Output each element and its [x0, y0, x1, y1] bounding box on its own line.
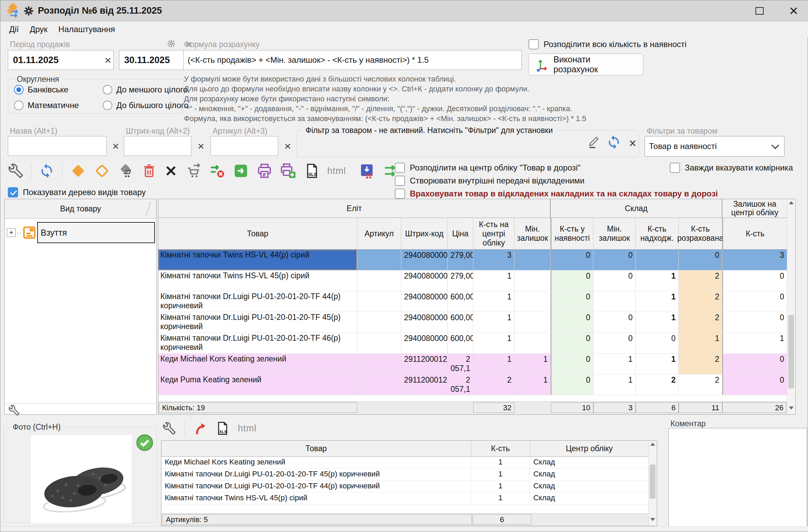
- cell-qty_incoming[interactable]: 1: [636, 312, 679, 332]
- cell-min_center[interactable]: [515, 312, 551, 332]
- cell-qty_incoming[interactable]: 2: [636, 374, 679, 395]
- cell-qty_calc[interactable]: 2: [679, 374, 722, 395]
- article-search-input[interactable]: [211, 136, 278, 156]
- cell-center[interactable]: Склад: [530, 457, 649, 468]
- cell-min_stock[interactable]: 1: [593, 374, 636, 395]
- cart-arrow-icon[interactable]: [185, 163, 202, 179]
- cell-article[interactable]: [357, 374, 401, 395]
- xls-export-icon[interactable]: XLS: [215, 421, 230, 435]
- name-search-input[interactable]: [8, 136, 107, 156]
- tree-item-vzuttia[interactable]: Взуття: [37, 222, 155, 243]
- horizontal-scrollbar[interactable]: [0, 526, 808, 532]
- bottom-table-row[interactable]: Кімнатні тапочки Dr.Luigi PU-01-20-01-20…: [161, 481, 657, 492]
- trash-icon[interactable]: [142, 163, 157, 178]
- date-from-field[interactable]: 01.11.2025 ×: [8, 50, 114, 70]
- table-row[interactable]: Кеди Puma Keating зелений29112000122 057…: [158, 374, 795, 395]
- cell-min_stock[interactable]: 0: [593, 333, 636, 353]
- cell-barcode[interactable]: 2940080000: [401, 333, 448, 353]
- cell-product[interactable]: Кімнатні тапочки Twins HS-VL 44(р) сірий: [158, 250, 357, 270]
- cell-barcode[interactable]: 2940080000: [401, 250, 448, 270]
- table-row[interactable]: Кімнатні тапочки Twins HS-VL 44(р) сірий…: [158, 250, 795, 270]
- clear-x-icon[interactable]: [164, 164, 178, 178]
- cell-qty_calc[interactable]: 2: [679, 291, 722, 312]
- cell-qty_stock[interactable]: 0: [551, 354, 593, 374]
- distribute-all-checkbox[interactable]: Розподілити всю кількість в наявності: [529, 39, 687, 49]
- cell-min_center[interactable]: [515, 250, 551, 270]
- col-header-qty-rest[interactable]: К-сть: [722, 218, 787, 249]
- bottom-col-product[interactable]: Товар: [161, 441, 471, 456]
- diamond-outline-icon[interactable]: [94, 163, 110, 179]
- cell-qty_rest[interactable]: 0: [722, 270, 787, 291]
- cell-min_center[interactable]: 1: [515, 374, 551, 395]
- cell-product[interactable]: Кімнатні тапочки Dr.Luigi PU-01-20-01-20…: [161, 469, 471, 480]
- cell-article[interactable]: [357, 291, 401, 312]
- col-header-product[interactable]: Товар: [158, 218, 357, 249]
- cell-min_stock[interactable]: [593, 291, 636, 312]
- wrench-icon[interactable]: [8, 163, 24, 179]
- name-search-clear-icon[interactable]: ×: [110, 140, 121, 152]
- cell-min_center[interactable]: [515, 291, 551, 312]
- table-row[interactable]: Кімнатні тапочки Twins HS-VL 45(р) сірий…: [158, 270, 795, 291]
- col-header-article[interactable]: Артикул: [357, 218, 401, 249]
- col-header-min-stock[interactable]: Мін. залишок: [593, 218, 636, 249]
- cell-product[interactable]: Кімнатні тапочки Dr.Luigi PU-01-20-01-20…: [158, 312, 357, 332]
- execute-calculation-button[interactable]: Виконати розрахунок: [529, 54, 643, 75]
- cell-article[interactable]: [357, 250, 401, 270]
- col-header-barcode[interactable]: Штрих-код: [401, 218, 448, 249]
- menu-print[interactable]: Друк: [24, 23, 53, 35]
- edit-filter-pencil-icon[interactable]: [587, 135, 602, 150]
- cell-price[interactable]: 279,00: [448, 250, 473, 270]
- cell-qty_stock[interactable]: 0: [551, 291, 593, 312]
- filters-dropdown[interactable]: Товар в наявності: [645, 136, 784, 157]
- cell-min_stock[interactable]: 0: [593, 270, 636, 291]
- barcode-search-input[interactable]: [124, 136, 191, 156]
- cell-price[interactable]: 600,00: [448, 312, 473, 332]
- cell-qty_rest[interactable]: 0: [722, 291, 787, 312]
- cell-barcode[interactable]: 2940080000: [401, 291, 448, 312]
- cell-product[interactable]: Кімнатні тапочки Dr.Luigi PU-01-20-01-20…: [161, 481, 471, 492]
- cell-center[interactable]: Склад: [530, 481, 649, 492]
- cell-article[interactable]: [357, 270, 401, 291]
- undo-arrow-icon[interactable]: [193, 421, 207, 435]
- cell-product[interactable]: Кеди Michael Kors Keating зелений: [161, 457, 471, 468]
- scroll-up-icon[interactable]: [789, 201, 794, 204]
- cell-qty_stock[interactable]: 0: [551, 312, 593, 332]
- bottom-table-row[interactable]: Кеди Michael Kors Keating зелений1Склад: [161, 457, 657, 469]
- wrench-icon[interactable]: [8, 404, 20, 416]
- radio-round-down[interactable]: До меншого цілого: [103, 85, 188, 94]
- cell-qty_incoming[interactable]: 1: [636, 291, 679, 312]
- barcode-search-clear-icon[interactable]: ×: [196, 140, 206, 152]
- col-header-qty-center[interactable]: К-сть на центрі обліку: [473, 218, 515, 249]
- date-from-clear-icon[interactable]: ×: [102, 54, 113, 66]
- diamond-cart-icon[interactable]: [118, 163, 134, 179]
- import-cart-icon[interactable]: [359, 163, 375, 179]
- cell-qty[interactable]: 1: [471, 481, 530, 492]
- cell-min_center[interactable]: 1: [515, 354, 551, 374]
- cell-barcode[interactable]: 2911200012: [401, 374, 448, 395]
- cell-qty_stock[interactable]: 0: [551, 374, 593, 395]
- scrollbar-thumb[interactable]: [650, 464, 655, 499]
- table-row[interactable]: Кімнатні тапочки Dr.Luigi PU-01-20-01-20…: [158, 291, 795, 312]
- scrollbar-thumb[interactable]: [788, 315, 794, 388]
- cell-qty_incoming[interactable]: 1: [636, 354, 679, 374]
- apply-arrow-icon[interactable]: [233, 163, 249, 179]
- cell-qty_stock[interactable]: 0: [551, 250, 593, 270]
- radio-round-up[interactable]: До більшого цілого: [103, 101, 188, 110]
- deferred-transfers-checkbox[interactable]: Створювати внутрішні передачі відкладени…: [395, 176, 585, 186]
- cell-product[interactable]: Кеди Michael Kors Keating зелений: [158, 354, 357, 374]
- show-tree-checkbox[interactable]: Показувати дерево видів товару: [8, 187, 146, 197]
- xls-export-icon[interactable]: XLS: [304, 163, 320, 179]
- scroll-up-icon[interactable]: [650, 443, 655, 446]
- include-deferred-checkbox[interactable]: Враховувати товар в відкладених накладни…: [395, 189, 718, 199]
- cell-qty_center[interactable]: 2: [473, 374, 515, 395]
- distribute-transit-checkbox[interactable]: Розподілити на центр обліку "Товар в дор…: [395, 163, 580, 173]
- cell-product[interactable]: Кімнатні тапочки Twins HS-VL 45(р) сірий: [158, 270, 357, 291]
- table-row[interactable]: Кеди Michael Kors Keating зелений2911200…: [158, 354, 795, 374]
- cell-qty[interactable]: 1: [471, 469, 530, 480]
- table-row[interactable]: Кімнатні тапочки Dr.Luigi PU-01-20-01-20…: [158, 312, 795, 333]
- cell-qty_stock[interactable]: 0: [551, 270, 593, 291]
- cell-min_center[interactable]: [515, 333, 551, 353]
- bottom-table-row[interactable]: Кімнатні тапочки Dr.Luigi PU-01-20-01-20…: [161, 469, 657, 481]
- scroll-down-icon[interactable]: [650, 518, 655, 521]
- cell-article[interactable]: [357, 354, 401, 374]
